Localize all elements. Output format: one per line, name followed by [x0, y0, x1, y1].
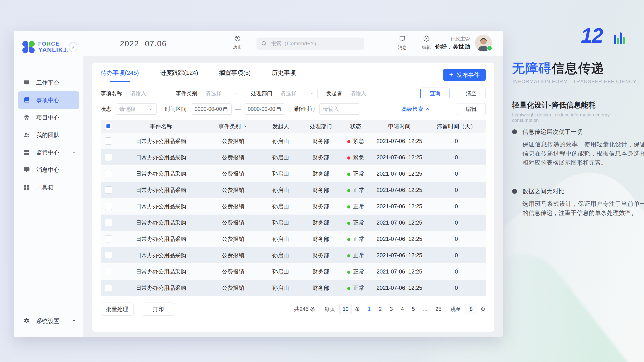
- column-header: 滞留时间（天）: [428, 123, 485, 130]
- cell-initiator: 孙启山: [260, 154, 301, 161]
- sidebar-menu: 工作平台事项中心项目中心我的团队监管中心消息中心工具箱: [14, 74, 83, 196]
- calendar-icon: [276, 106, 281, 112]
- page-number[interactable]: 3: [390, 306, 393, 312]
- sidebar-item-projects[interactable]: 项目中心: [18, 109, 79, 126]
- edit-filter-button[interactable]: 编辑: [456, 103, 486, 115]
- batch-process-button[interactable]: 批量处理: [100, 303, 134, 316]
- cell-category: 公费报销: [206, 268, 260, 275]
- sidebar-item-supervise[interactable]: 监管中心: [18, 144, 79, 161]
- sidebar-item-messages[interactable]: 消息中心: [18, 161, 79, 179]
- status-dot: [347, 238, 350, 241]
- aside-bullet: 数据之间无对比: [512, 187, 564, 195]
- table-row[interactable]: 日常办办公用品采购公费报销孙启山财务部紧急2021-07-0612:250: [100, 149, 486, 165]
- cell-apply-time: 2021-07-0612:25: [371, 236, 428, 242]
- brand-flower-icon: [22, 41, 35, 53]
- row-checkbox[interactable]: [105, 154, 112, 161]
- tab-3[interactable]: 搁置事项(5): [219, 69, 251, 82]
- search-bar[interactable]: [256, 37, 364, 50]
- table-row[interactable]: 日常办办公用品采购公费报销孙启山财务部紧急2021-07-0612:250: [100, 133, 486, 149]
- pen-circle-icon[interactable]: [69, 42, 77, 52]
- cell-department: 财务部: [301, 268, 341, 275]
- name-input[interactable]: [126, 88, 167, 99]
- sidebar-item-matters[interactable]: 事项中心: [18, 91, 79, 109]
- row-checkbox[interactable]: [105, 235, 112, 242]
- tab-4[interactable]: 历史事项: [272, 69, 296, 82]
- retention-input[interactable]: [319, 103, 360, 115]
- messages-button[interactable]: 消息: [392, 35, 412, 50]
- page-number[interactable]: 1: [368, 306, 370, 312]
- page-number[interactable]: 2: [379, 306, 382, 312]
- row-checkbox[interactable]: [105, 137, 112, 145]
- page-number[interactable]: 25: [435, 306, 442, 312]
- cell-department: 财务部: [301, 284, 341, 292]
- cell-initiator: 孙启山: [260, 219, 301, 226]
- cell-retention: 0: [428, 252, 485, 259]
- table-row[interactable]: 日常办办公用品采购公费报销孙启山财务部正常2021-07-0612:250: [100, 198, 486, 214]
- row-checkbox[interactable]: [105, 186, 112, 194]
- publish-event-button[interactable]: + 发布事件: [443, 69, 486, 81]
- table-row[interactable]: 日常办办公用品采购公费报销孙启山财务部正常2021-07-0612:250: [100, 182, 486, 198]
- user-menu[interactable]: 行政主管 你好，吴世勋: [435, 35, 492, 52]
- tabs-row: 待办事项(245)进度跟踪(124)搁置事项(5)历史事项 + 发布事件: [92, 63, 494, 82]
- cell-category: 公费报销: [206, 170, 260, 177]
- select-all-checkbox[interactable]: [105, 123, 112, 130]
- date-end-input[interactable]: 0000-00-00: [244, 103, 285, 115]
- page-number[interactable]: 5: [412, 306, 415, 312]
- department-select[interactable]: 请选择: [277, 88, 318, 99]
- sidebar-item-settings[interactable]: 系统设置: [18, 314, 79, 328]
- cell-event-name: 日常办办公用品采购: [116, 203, 206, 210]
- date-start-input[interactable]: 0000-00-00: [191, 103, 232, 115]
- sidebar-item-team[interactable]: 我的团队: [18, 126, 79, 144]
- cell-apply-time: 2021-07-0612:25: [371, 252, 428, 259]
- row-checkbox[interactable]: [105, 219, 112, 226]
- cell-department: 财务部: [301, 137, 341, 145]
- table-row[interactable]: 日常办办公用品采购公费报销孙启山财务部正常2021-07-0612:250: [100, 231, 486, 247]
- table-row[interactable]: 日常办办公用品采购公费报销孙启山财务部正常2021-07-0612:250: [100, 280, 486, 296]
- sidebar-item-workbench[interactable]: 工作平台: [18, 74, 79, 91]
- tab-1[interactable]: 待办事项(245): [100, 69, 139, 82]
- slide-number: 12: [581, 26, 603, 45]
- cell-event-name: 日常办办公用品采购: [116, 284, 206, 292]
- cell-retention: 0: [428, 219, 485, 226]
- status-select[interactable]: 请选择: [116, 103, 156, 115]
- print-button[interactable]: 打印: [142, 303, 175, 316]
- aside-bullet: 信息传递层次优于一切: [512, 128, 583, 136]
- sidebar-item-toolbox[interactable]: 工具箱: [18, 179, 79, 196]
- row-checkbox[interactable]: [105, 252, 112, 259]
- table-row[interactable]: 日常办办公用品采购公费报销孙启山财务部正常2021-07-0612:250: [100, 264, 486, 280]
- column-header-sortable[interactable]: 事件类别: [206, 123, 260, 130]
- row-checkbox[interactable]: [105, 170, 112, 177]
- filter-row-2: 状态 请选择 时间区间 0000-00-00 —: [100, 103, 486, 115]
- history-button[interactable]: 历史: [228, 35, 246, 50]
- table-row[interactable]: 日常办办公用品采购公费报销孙启山财务部正常2021-07-0612:250: [100, 166, 486, 182]
- initiator-input[interactable]: [346, 88, 387, 99]
- sort-chevron-icon: [243, 123, 248, 130]
- avatar[interactable]: [475, 35, 492, 52]
- chevron-down-icon: [148, 107, 153, 111]
- page-number[interactable]: 4: [401, 306, 404, 312]
- edit-button[interactable]: 编辑: [416, 35, 436, 50]
- row-checkbox[interactable]: [105, 203, 112, 210]
- chevron-down-icon: [310, 91, 314, 96]
- search-icon: [261, 40, 267, 47]
- header-date: 202207.06: [120, 31, 166, 56]
- cell-event-name: 日常办办公用品采购: [116, 235, 206, 243]
- storage-icon: [23, 149, 30, 156]
- layers-icon: [23, 114, 30, 121]
- total-count: 共245 条: [294, 306, 316, 313]
- advanced-search-link[interactable]: 高级检索: [402, 105, 430, 113]
- table-row[interactable]: 日常办办公用品采购公费报销孙启山财务部正常2021-07-0612:250: [100, 247, 486, 263]
- row-checkbox[interactable]: [105, 284, 112, 291]
- jump-page-input[interactable]: 8: [465, 304, 477, 314]
- row-checkbox[interactable]: [105, 268, 112, 275]
- tab-2[interactable]: 进度跟踪(124): [160, 69, 198, 82]
- per-page-select[interactable]: 10: [340, 304, 352, 314]
- query-button[interactable]: 查询: [420, 88, 450, 99]
- cell-retention: 0: [428, 236, 485, 242]
- table-row[interactable]: 日常办办公用品采购公费报销孙启山财务部正常2021-07-0612:250: [100, 215, 486, 231]
- clear-button[interactable]: 清空: [456, 88, 486, 99]
- category-select[interactable]: 请选择: [202, 88, 242, 99]
- cell-department: 财务部: [301, 154, 341, 161]
- cell-initiator: 孙启山: [260, 137, 301, 145]
- search-input[interactable]: [270, 40, 360, 47]
